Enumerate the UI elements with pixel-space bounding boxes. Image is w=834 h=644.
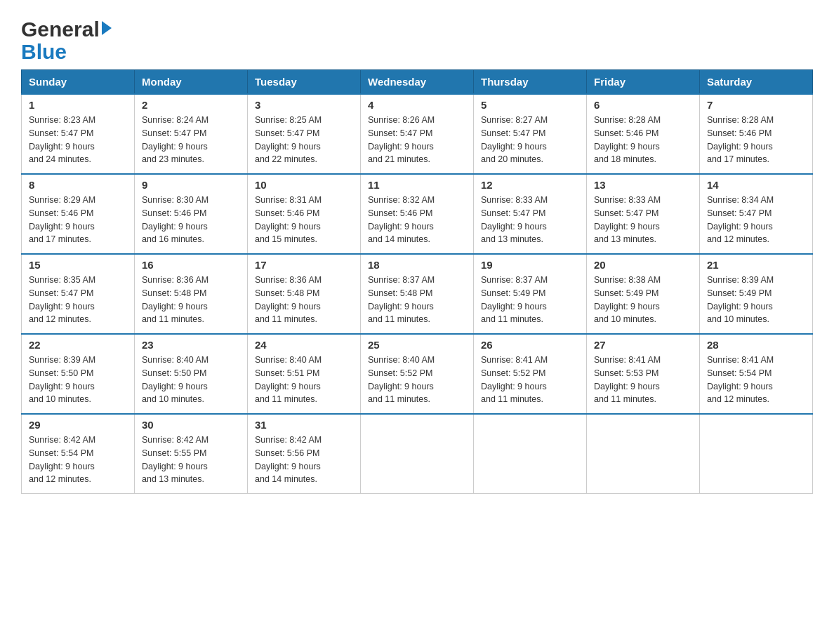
- day-info: Sunrise: 8:33 AM Sunset: 5:47 PM Dayligh…: [594, 194, 692, 246]
- day-info: Sunrise: 8:41 AM Sunset: 5:54 PM Dayligh…: [707, 354, 805, 406]
- calendar-day-16: 16 Sunrise: 8:36 AM Sunset: 5:48 PM Dayl…: [135, 254, 248, 334]
- day-number: 5: [481, 99, 579, 111]
- calendar-week-4: 22 Sunrise: 8:39 AM Sunset: 5:50 PM Dayl…: [22, 334, 813, 414]
- day-info: Sunrise: 8:42 AM Sunset: 5:56 PM Dayligh…: [255, 434, 353, 486]
- day-number: 6: [594, 99, 692, 111]
- day-number: 31: [255, 419, 353, 431]
- day-info: Sunrise: 8:40 AM Sunset: 5:50 PM Dayligh…: [142, 354, 240, 406]
- calendar-day-18: 18 Sunrise: 8:37 AM Sunset: 5:48 PM Dayl…: [361, 254, 474, 334]
- calendar-day-8: 8 Sunrise: 8:29 AM Sunset: 5:46 PM Dayli…: [22, 174, 135, 254]
- calendar-day-26: 26 Sunrise: 8:41 AM Sunset: 5:52 PM Dayl…: [474, 334, 587, 414]
- weekday-header-saturday: Saturday: [700, 70, 813, 95]
- calendar-day-30: 30 Sunrise: 8:42 AM Sunset: 5:55 PM Dayl…: [135, 414, 248, 494]
- logo-general: General: [21, 18, 100, 41]
- calendar-day-29: 29 Sunrise: 8:42 AM Sunset: 5:54 PM Dayl…: [22, 414, 135, 494]
- weekday-header-thursday: Thursday: [474, 70, 587, 95]
- weekday-header-wednesday: Wednesday: [361, 70, 474, 95]
- day-number: 20: [594, 259, 692, 271]
- day-number: 28: [707, 339, 805, 351]
- day-number: 10: [255, 179, 353, 191]
- day-info: Sunrise: 8:37 AM Sunset: 5:49 PM Dayligh…: [481, 274, 579, 326]
- day-number: 22: [29, 339, 127, 351]
- day-info: Sunrise: 8:29 AM Sunset: 5:46 PM Dayligh…: [29, 194, 127, 246]
- calendar-day-28: 28 Sunrise: 8:41 AM Sunset: 5:54 PM Dayl…: [700, 334, 813, 414]
- day-info: Sunrise: 8:39 AM Sunset: 5:49 PM Dayligh…: [707, 274, 805, 326]
- calendar-day-13: 13 Sunrise: 8:33 AM Sunset: 5:47 PM Dayl…: [587, 174, 700, 254]
- day-number: 23: [142, 339, 240, 351]
- day-number: 3: [255, 99, 353, 111]
- calendar-week-2: 8 Sunrise: 8:29 AM Sunset: 5:46 PM Dayli…: [22, 174, 813, 254]
- day-number: 30: [142, 419, 240, 431]
- day-info: Sunrise: 8:23 AM Sunset: 5:47 PM Dayligh…: [29, 114, 127, 166]
- day-number: 7: [707, 99, 805, 111]
- empty-cell: [474, 414, 587, 494]
- weekday-header-monday: Monday: [135, 70, 248, 95]
- day-info: Sunrise: 8:38 AM Sunset: 5:49 PM Dayligh…: [594, 274, 692, 326]
- calendar-day-31: 31 Sunrise: 8:42 AM Sunset: 5:56 PM Dayl…: [248, 414, 361, 494]
- empty-cell: [700, 414, 813, 494]
- calendar-day-10: 10 Sunrise: 8:31 AM Sunset: 5:46 PM Dayl…: [248, 174, 361, 254]
- day-number: 18: [368, 259, 466, 271]
- day-number: 14: [707, 179, 805, 191]
- calendar-day-15: 15 Sunrise: 8:35 AM Sunset: 5:47 PM Dayl…: [22, 254, 135, 334]
- calendar-table: SundayMondayTuesdayWednesdayThursdayFrid…: [21, 69, 813, 494]
- calendar-day-1: 1 Sunrise: 8:23 AM Sunset: 5:47 PM Dayli…: [22, 94, 135, 174]
- empty-cell: [587, 414, 700, 494]
- day-info: Sunrise: 8:34 AM Sunset: 5:47 PM Dayligh…: [707, 194, 805, 246]
- calendar-day-4: 4 Sunrise: 8:26 AM Sunset: 5:47 PM Dayli…: [361, 94, 474, 174]
- day-number: 13: [594, 179, 692, 191]
- calendar-day-27: 27 Sunrise: 8:41 AM Sunset: 5:53 PM Dayl…: [587, 334, 700, 414]
- day-number: 11: [368, 179, 466, 191]
- day-number: 24: [255, 339, 353, 351]
- empty-cell: [361, 414, 474, 494]
- day-info: Sunrise: 8:42 AM Sunset: 5:54 PM Dayligh…: [29, 434, 127, 486]
- calendar-day-20: 20 Sunrise: 8:38 AM Sunset: 5:49 PM Dayl…: [587, 254, 700, 334]
- day-info: Sunrise: 8:41 AM Sunset: 5:53 PM Dayligh…: [594, 354, 692, 406]
- day-number: 19: [481, 259, 579, 271]
- day-info: Sunrise: 8:37 AM Sunset: 5:48 PM Dayligh…: [368, 274, 466, 326]
- day-number: 8: [29, 179, 127, 191]
- logo-arrow-icon: [102, 21, 112, 35]
- day-number: 26: [481, 339, 579, 351]
- day-info: Sunrise: 8:36 AM Sunset: 5:48 PM Dayligh…: [142, 274, 240, 326]
- calendar-day-6: 6 Sunrise: 8:28 AM Sunset: 5:46 PM Dayli…: [587, 94, 700, 174]
- day-number: 25: [368, 339, 466, 351]
- day-info: Sunrise: 8:41 AM Sunset: 5:52 PM Dayligh…: [481, 354, 579, 406]
- calendar-day-22: 22 Sunrise: 8:39 AM Sunset: 5:50 PM Dayl…: [22, 334, 135, 414]
- day-number: 17: [255, 259, 353, 271]
- calendar-day-21: 21 Sunrise: 8:39 AM Sunset: 5:49 PM Dayl…: [700, 254, 813, 334]
- day-number: 16: [142, 259, 240, 271]
- calendar-day-11: 11 Sunrise: 8:32 AM Sunset: 5:46 PM Dayl…: [361, 174, 474, 254]
- calendar-day-9: 9 Sunrise: 8:30 AM Sunset: 5:46 PM Dayli…: [135, 174, 248, 254]
- day-info: Sunrise: 8:24 AM Sunset: 5:47 PM Dayligh…: [142, 114, 240, 166]
- page-header: General Blue: [21, 14, 813, 62]
- calendar-day-7: 7 Sunrise: 8:28 AM Sunset: 5:46 PM Dayli…: [700, 94, 813, 174]
- day-info: Sunrise: 8:35 AM Sunset: 5:47 PM Dayligh…: [29, 274, 127, 326]
- calendar-day-14: 14 Sunrise: 8:34 AM Sunset: 5:47 PM Dayl…: [700, 174, 813, 254]
- day-number: 21: [707, 259, 805, 271]
- calendar-week-3: 15 Sunrise: 8:35 AM Sunset: 5:47 PM Dayl…: [22, 254, 813, 334]
- day-number: 4: [368, 99, 466, 111]
- calendar-day-23: 23 Sunrise: 8:40 AM Sunset: 5:50 PM Dayl…: [135, 334, 248, 414]
- calendar-day-5: 5 Sunrise: 8:27 AM Sunset: 5:47 PM Dayli…: [474, 94, 587, 174]
- calendar-header-row: SundayMondayTuesdayWednesdayThursdayFrid…: [22, 70, 813, 95]
- logo-blue: Blue: [21, 41, 67, 62]
- calendar-day-24: 24 Sunrise: 8:40 AM Sunset: 5:51 PM Dayl…: [248, 334, 361, 414]
- day-number: 27: [594, 339, 692, 351]
- calendar-day-19: 19 Sunrise: 8:37 AM Sunset: 5:49 PM Dayl…: [474, 254, 587, 334]
- day-info: Sunrise: 8:30 AM Sunset: 5:46 PM Dayligh…: [142, 194, 240, 246]
- day-info: Sunrise: 8:39 AM Sunset: 5:50 PM Dayligh…: [29, 354, 127, 406]
- day-info: Sunrise: 8:25 AM Sunset: 5:47 PM Dayligh…: [255, 114, 353, 166]
- day-info: Sunrise: 8:33 AM Sunset: 5:47 PM Dayligh…: [481, 194, 579, 246]
- day-info: Sunrise: 8:31 AM Sunset: 5:46 PM Dayligh…: [255, 194, 353, 246]
- day-info: Sunrise: 8:32 AM Sunset: 5:46 PM Dayligh…: [368, 194, 466, 246]
- calendar-day-25: 25 Sunrise: 8:40 AM Sunset: 5:52 PM Dayl…: [361, 334, 474, 414]
- calendar-week-5: 29 Sunrise: 8:42 AM Sunset: 5:54 PM Dayl…: [22, 414, 813, 494]
- day-info: Sunrise: 8:28 AM Sunset: 5:46 PM Dayligh…: [707, 114, 805, 166]
- day-info: Sunrise: 8:27 AM Sunset: 5:47 PM Dayligh…: [481, 114, 579, 166]
- logo: General Blue: [21, 14, 112, 62]
- day-info: Sunrise: 8:28 AM Sunset: 5:46 PM Dayligh…: [594, 114, 692, 166]
- calendar-day-17: 17 Sunrise: 8:36 AM Sunset: 5:48 PM Dayl…: [248, 254, 361, 334]
- day-info: Sunrise: 8:40 AM Sunset: 5:51 PM Dayligh…: [255, 354, 353, 406]
- calendar-day-3: 3 Sunrise: 8:25 AM Sunset: 5:47 PM Dayli…: [248, 94, 361, 174]
